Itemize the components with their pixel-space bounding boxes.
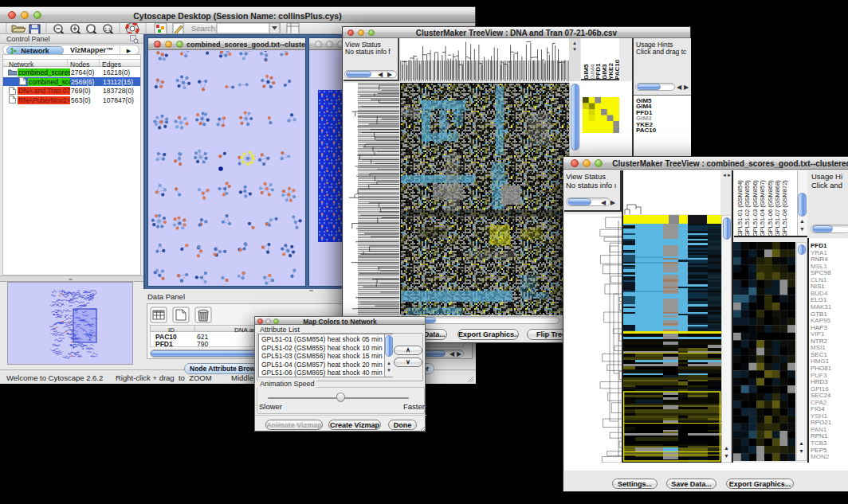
svg-text:Search:: Search:: [191, 24, 218, 33]
svg-text:1:1: 1:1: [104, 27, 111, 32]
